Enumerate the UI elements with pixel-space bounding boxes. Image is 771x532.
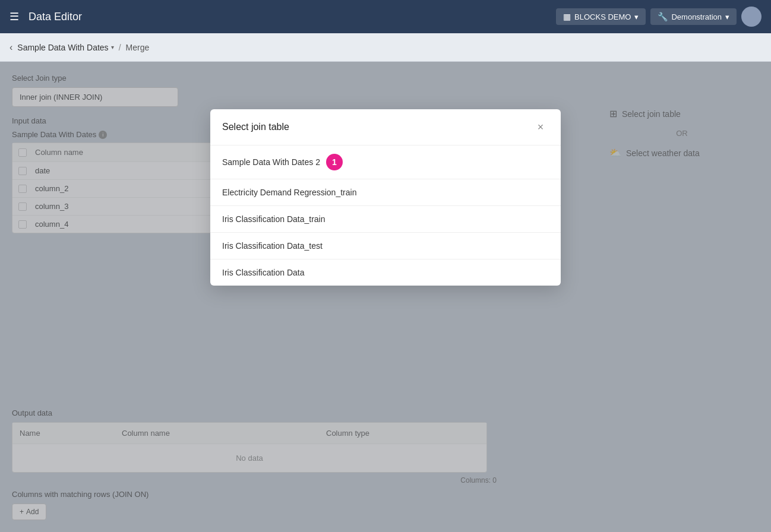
modal-overlay[interactable]: Select join table × Sample Data With Dat… [0, 62, 771, 532]
modal-item-label-3: Iris Classification Data_test [222, 241, 323, 251]
blocks-chevron-icon: ▾ [634, 12, 639, 21]
app-title: Data Editor [29, 11, 549, 23]
modal-item-0[interactable]: Sample Data With Dates 2 1 [210, 145, 561, 179]
select-join-table-modal: Select join table × Sample Data With Dat… [210, 109, 561, 286]
hamburger-menu-icon[interactable]: ☰ [10, 10, 19, 23]
breadcrumb-current-page: Merge [126, 43, 150, 52]
blocks-demo-button[interactable]: ▦ BLOCKS DEMO ▾ [556, 8, 646, 25]
nav-right-controls: ▦ BLOCKS DEMO ▾ 🔧 Demonstration ▾ [556, 7, 761, 27]
back-button[interactable]: ‹ [10, 42, 12, 53]
modal-item-1[interactable]: Electricity Demand Regression_train [210, 179, 561, 206]
breadcrumb: Sample Data With Dates ▾ / Merge [17, 43, 149, 52]
modal-item-badge-0: 1 [326, 154, 343, 170]
blocks-demo-label: BLOCKS DEMO [574, 12, 631, 21]
modal-title: Select join table [222, 122, 289, 132]
breadcrumb-dataset: Sample Data With Dates [17, 43, 108, 52]
demonstration-chevron-icon: ▾ [725, 12, 729, 21]
modal-close-button[interactable]: × [532, 119, 549, 135]
blocks-icon: ▦ [563, 12, 571, 21]
modal-item-4[interactable]: Iris Classification Data [210, 259, 561, 286]
modal-item-label-0: Sample Data With Dates 2 [222, 157, 320, 167]
breadcrumb-separator: / [119, 43, 121, 52]
modal-item-label-1: Electricity Demand Regression_train [222, 188, 356, 197]
modal-item-3[interactable]: Iris Classification Data_test [210, 233, 561, 259]
wrench-icon: 🔧 [658, 12, 668, 21]
user-avatar[interactable] [741, 7, 761, 27]
modal-item-2[interactable]: Iris Classification Data_train [210, 206, 561, 233]
breadcrumb-chevron-icon: ▾ [111, 44, 114, 50]
modal-item-label-2: Iris Classification Data_train [222, 214, 326, 224]
modal-body: Sample Data With Dates 2 1 Electricity D… [210, 145, 561, 286]
demonstration-label: Demonstration [671, 12, 722, 21]
modal-item-label-4: Iris Classification Data [222, 268, 305, 277]
top-navbar: ☰ Data Editor ▦ BLOCKS DEMO ▾ 🔧 Demonstr… [0, 0, 771, 33]
modal-header: Select join table × [210, 109, 561, 145]
sub-navbar: ‹ Sample Data With Dates ▾ / Merge [0, 33, 771, 62]
demonstration-button[interactable]: 🔧 Demonstration ▾ [650, 8, 737, 25]
main-content: Select Join type Inner join (INNER JOIN)… [0, 62, 771, 532]
